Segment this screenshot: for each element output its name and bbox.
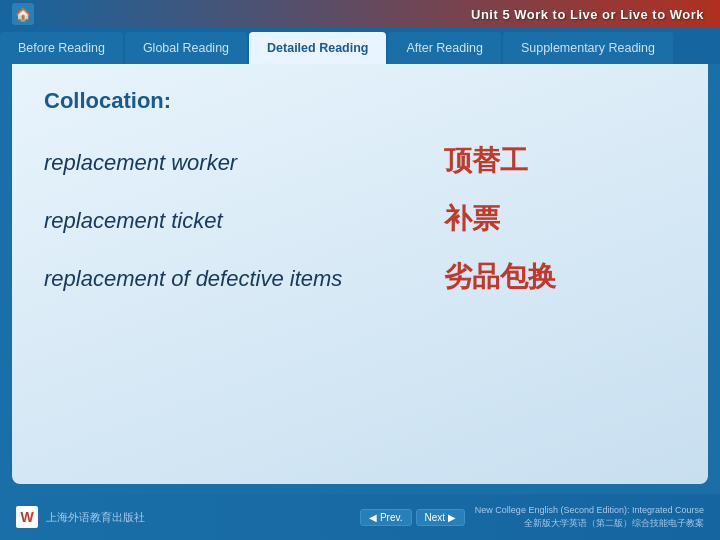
home-icon: 🏠 — [15, 7, 31, 22]
tab-supplementary-reading[interactable]: Supplementary Reading — [503, 32, 673, 64]
collocation-table: replacement worker 顶替工 replacement ticke… — [44, 142, 676, 296]
tab-after-reading[interactable]: After Reading — [388, 32, 500, 64]
table-row: replacement ticket 补票 — [44, 200, 676, 238]
header-bar: 🏠 Unit 5 Work to Live or Live to Work — [0, 0, 720, 28]
table-row: replacement worker 顶替工 — [44, 142, 676, 180]
tab-global-reading[interactable]: Global Reading — [125, 32, 247, 64]
collocation-heading: Collocation: — [44, 88, 676, 114]
phrase-zh-1: 顶替工 — [444, 142, 528, 180]
main-content: Collocation: replacement worker 顶替工 repl… — [12, 64, 708, 484]
tab-before-reading[interactable]: Before Reading — [0, 32, 123, 64]
info-line2: 全新版大学英语（第二版）综合技能电子教案 — [524, 517, 704, 530]
nav-buttons: ◀ Prev. Next ▶ — [360, 509, 465, 526]
info-line1: New College English (Second Edition): In… — [475, 505, 704, 515]
home-button[interactable]: 🏠 — [12, 3, 34, 25]
phrase-en-1: replacement worker — [44, 150, 424, 176]
next-button[interactable]: Next ▶ — [416, 509, 465, 526]
unit-title-text: Unit 5 Work to Live or Live to Work — [471, 7, 704, 22]
phrase-zh-3: 劣品包换 — [444, 258, 556, 296]
publisher-logo: W 上海外语教育出版社 — [16, 506, 145, 528]
phrase-zh-2: 补票 — [444, 200, 500, 238]
nav-tabs: Before Reading Global Reading Detailed R… — [0, 28, 720, 64]
prev-button[interactable]: ◀ Prev. — [360, 509, 411, 526]
bottom-bar: W 上海外语教育出版社 ◀ Prev. Next ▶ New College E… — [0, 494, 720, 540]
phrase-en-2: replacement ticket — [44, 208, 424, 234]
tab-detailed-reading[interactable]: Detailed Reading — [249, 32, 386, 64]
logo-text: 上海外语教育出版社 — [46, 510, 145, 525]
unit-title: Unit 5 Work to Live or Live to Work — [471, 0, 704, 28]
table-row: replacement of defective items 劣品包换 — [44, 258, 676, 296]
logo-w-icon: W — [16, 506, 38, 528]
footer-info: New College English (Second Edition): In… — [475, 505, 704, 530]
phrase-en-3: replacement of defective items — [44, 266, 424, 292]
